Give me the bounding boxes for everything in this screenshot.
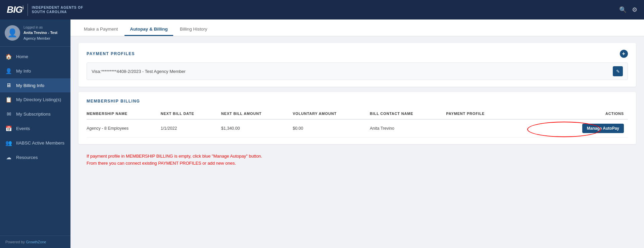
settings-icon[interactable]: ⚙ <box>632 6 637 13</box>
subscriptions-icon: ✉ <box>5 111 12 117</box>
table-header-row: MEMBERSHIP NAME NEXT BILL DATE NEXT BILL… <box>87 108 628 119</box>
sidebar-item-my-subscriptions[interactable]: ✉ My Subscriptions <box>0 107 70 121</box>
logo-big: BIGi <box>7 4 23 15</box>
sidebar-footer: Powered by GrowthZone <box>0 236 70 248</box>
sidebar-label-resources: Resources <box>16 155 38 160</box>
payment-profile-row: Visa:*********4408-2/2023 - Test Agency … <box>87 63 628 80</box>
cell-membership-name: Agency - 8 Employees <box>87 119 161 137</box>
cell-bill-contact-name: Anita Trevino <box>370 119 446 137</box>
tabs-bar: Make a Payment Autopay & Billing Billing… <box>70 19 644 36</box>
main-layout: 👤 Logged in as Anita Trevino - Test Agen… <box>0 19 644 248</box>
edit-icon: ✎ <box>616 69 620 74</box>
table-row: Agency - 8 Employees 1/1/2022 $1,340.00 … <box>87 119 628 137</box>
logo-divider <box>28 4 28 16</box>
membership-billing-title: MEMBERSHIP BILLING <box>87 99 628 104</box>
resources-icon: ☁ <box>5 154 12 161</box>
content-area: Make a Payment Autopay & Billing Billing… <box>70 19 644 248</box>
sidebar-item-iiabsc[interactable]: 👥 IIABSC Active Members <box>0 136 70 150</box>
content-scroll: PAYMENT PROFILES + Visa:*********4408-2/… <box>70 36 644 248</box>
sidebar-item-my-directory[interactable]: 📋 My Directory Listing(s) <box>0 92 70 107</box>
cell-voluntary-amount: $0.00 <box>293 119 370 137</box>
cell-payment-profile <box>446 119 554 137</box>
person-icon: 👤 <box>5 68 12 74</box>
add-payment-profile-button[interactable]: + <box>620 50 628 58</box>
members-icon: 👥 <box>5 140 12 146</box>
cell-actions: Manage AutoPay <box>554 119 628 137</box>
sidebar-item-resources[interactable]: ☁ Resources <box>0 150 70 165</box>
col-next-bill-amount: NEXT BILL AMOUNT <box>221 108 293 119</box>
search-icon[interactable]: 🔍 <box>619 6 627 13</box>
sidebar-label-my-subscriptions: My Subscriptions <box>16 112 51 117</box>
growthzone-link[interactable]: GrowthZone <box>26 240 46 244</box>
cell-next-bill-amount: $1,340.00 <box>221 119 293 137</box>
tab-autopay-billing[interactable]: Autopay & Billing <box>125 23 173 36</box>
sidebar-label-events: Events <box>16 126 30 131</box>
billing-table: MEMBERSHIP NAME NEXT BILL DATE NEXT BILL… <box>87 108 628 137</box>
cell-next-bill-date: 1/1/2022 <box>161 119 221 137</box>
sidebar-item-my-info[interactable]: 👤 My Info <box>0 64 70 78</box>
annotation-area: If payment profile in MEMBERSHIP BILLING… <box>79 150 636 174</box>
sidebar-label-iiabsc: IIABSC Active Members <box>16 140 64 146</box>
logo-sup: i <box>22 5 23 10</box>
payment-profiles-title: PAYMENT PROFILES + <box>87 50 628 58</box>
col-actions: ACTIONS <box>554 108 628 119</box>
logo-area: BIGi INDEPENDENT AGENTS OF SOUTH CAROLIN… <box>7 4 83 16</box>
billing-table-wrapper: MEMBERSHIP NAME NEXT BILL DATE NEXT BILL… <box>87 108 628 137</box>
payment-profiles-card: PAYMENT PROFILES + Visa:*********4408-2/… <box>79 43 636 87</box>
manage-autopay-button[interactable]: Manage AutoPay <box>582 124 624 133</box>
header-icons: 🔍 ⚙ <box>619 6 637 13</box>
annotation-line1: If payment profile in MEMBERSHIP BILLING… <box>87 153 628 160</box>
sidebar-item-events[interactable]: 📅 Events <box>0 121 70 136</box>
sidebar-label-my-billing-info: My Billing Info <box>16 83 44 88</box>
nav-items: 🏠 Home 👤 My Info 🖥 My Billing Info 📋 My … <box>0 47 70 236</box>
billing-icon: 🖥 <box>5 82 12 88</box>
avatar-icon: 👤 <box>7 28 17 38</box>
top-header: BIGi INDEPENDENT AGENTS OF SOUTH CAROLIN… <box>0 0 644 19</box>
sidebar-item-home[interactable]: 🏠 Home <box>0 49 70 64</box>
col-membership-name: MEMBERSHIP NAME <box>87 108 161 119</box>
col-voluntary-amount: VOLUNTARY AMOUNT <box>293 108 370 119</box>
home-icon: 🏠 <box>5 53 12 60</box>
annotation-line2: From there you can connect existing PAYM… <box>87 160 628 167</box>
col-bill-contact-name: BILL CONTACT NAME <box>370 108 446 119</box>
payment-profile-text: Visa:*********4408-2/2023 - Test Agency … <box>92 69 186 74</box>
col-next-bill-date: NEXT BILL DATE <box>161 108 221 119</box>
sidebar-label-my-directory: My Directory Listing(s) <box>16 97 61 102</box>
sidebar: 👤 Logged in as Anita Trevino - Test Agen… <box>0 19 70 248</box>
tab-make-payment[interactable]: Make a Payment <box>79 23 123 36</box>
events-icon: 📅 <box>5 125 12 132</box>
directory-icon: 📋 <box>5 96 12 103</box>
sidebar-label-home: Home <box>16 54 28 59</box>
avatar: 👤 <box>5 25 20 41</box>
user-info-text: Logged in as Anita Trevino - Test Agency… <box>23 25 57 41</box>
col-payment-profile: PAYMENT PROFILE <box>446 108 554 119</box>
logo-state: INDEPENDENT AGENTS OF SOUTH CAROLINA <box>32 5 83 14</box>
membership-billing-card: MEMBERSHIP BILLING MEMBERSHIP NAME NEXT … <box>79 92 636 144</box>
sidebar-item-my-billing-info[interactable]: 🖥 My Billing Info <box>0 78 70 92</box>
user-profile: 👤 Logged in as Anita Trevino - Test Agen… <box>0 19 70 47</box>
sidebar-label-my-info: My Info <box>16 69 31 74</box>
edit-payment-profile-button[interactable]: ✎ <box>613 66 623 76</box>
tab-billing-history[interactable]: Billing History <box>175 23 213 36</box>
